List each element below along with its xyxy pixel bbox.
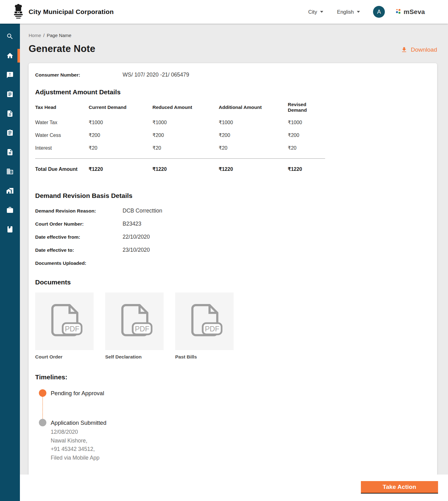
sidebar-item-home[interactable] bbox=[0, 46, 20, 65]
ledger-icon bbox=[6, 226, 14, 233]
field-label: Demand Revision Reason: bbox=[35, 208, 123, 214]
page-title: Generate Note bbox=[29, 43, 96, 54]
download-button[interactable]: Download bbox=[401, 46, 437, 54]
chevron-down-icon bbox=[320, 11, 323, 13]
sidebar-item-applications[interactable] bbox=[0, 85, 20, 104]
document-thumbnail[interactable]: PDF bbox=[105, 293, 164, 350]
sidebar-item-tasks[interactable] bbox=[0, 123, 20, 143]
revision-field-row: Court Order Number: B23423 bbox=[35, 221, 430, 227]
total-cell: ₹1220 bbox=[288, 159, 325, 172]
breadcrumb-home-link[interactable]: Home bbox=[29, 33, 41, 38]
user-avatar[interactable]: A bbox=[373, 6, 385, 18]
avatar-letter: A bbox=[377, 9, 381, 15]
amount-cell: ₹20 bbox=[89, 142, 152, 159]
sidebar-item-business[interactable] bbox=[0, 162, 20, 181]
adjustment-heading: Adjustment Amount Details bbox=[35, 88, 430, 96]
amount-cell: ₹20 bbox=[219, 142, 288, 159]
title-row: Generate Note Download bbox=[29, 43, 437, 54]
sidebar-item-documents[interactable] bbox=[0, 104, 20, 123]
sidebar-item-reports[interactable] bbox=[0, 143, 20, 162]
pdf-file-icon: PDF bbox=[183, 300, 226, 343]
amount-cell: ₹1000 bbox=[288, 116, 325, 129]
mseva-logo-icon bbox=[396, 9, 401, 15]
amount-cell: ₹1000 bbox=[89, 116, 152, 129]
table-header-row: Tax Head Current Demand Reduced Amount A… bbox=[35, 102, 325, 116]
column-header: Additional Amount bbox=[219, 102, 288, 116]
column-header: Reduced Amount bbox=[152, 102, 219, 116]
timeline-step-pending: Pending for Approval bbox=[35, 389, 430, 397]
total-cell: ₹1220 bbox=[152, 159, 219, 172]
revision-field-row: Demand Revision Reason: DCB Correcttion bbox=[35, 208, 430, 214]
timeline-step-title: Pending for Approval bbox=[51, 389, 104, 397]
table-row: Water Tax ₹1000 ₹1000 ₹1000 ₹1000 bbox=[35, 116, 325, 129]
breadcrumb-separator: / bbox=[43, 33, 44, 38]
sidebar-item-ledger[interactable] bbox=[0, 220, 20, 239]
breadcrumb: Home/Page Name bbox=[29, 33, 437, 38]
timeline: Pending for Approval Application Submitt… bbox=[35, 389, 430, 462]
sidebar-item-properties[interactable] bbox=[0, 181, 20, 200]
svg-text:PDF: PDF bbox=[65, 325, 79, 333]
document-thumbnail[interactable]: PDF bbox=[175, 293, 234, 350]
chevron-down-icon bbox=[357, 11, 360, 13]
consumer-number-row: Consumer Number: WS/ 107/ 2020 -21/ 0654… bbox=[35, 72, 430, 78]
application-card: Consumer Number: WS/ 107/ 2020 -21/ 0654… bbox=[29, 63, 437, 475]
table-row: Interest ₹20 ₹20 ₹20 ₹20 bbox=[35, 142, 325, 159]
mseva-brand: mSeva bbox=[396, 8, 425, 16]
field-label: Date effective to: bbox=[35, 247, 123, 253]
main-content: Home/Page Name Generate Note Download Co… bbox=[20, 24, 448, 475]
amount-cell: ₹20 bbox=[288, 142, 325, 159]
document-icon bbox=[6, 110, 14, 117]
pdf-file-icon: PDF bbox=[43, 300, 86, 343]
sidebar-item-employment[interactable] bbox=[0, 200, 20, 220]
table-total-row: Total Due Amount ₹1220 ₹1220 ₹1220 ₹1220 bbox=[35, 159, 325, 172]
tax-head-cell: Water Cess bbox=[35, 129, 89, 142]
timeline-detail-name: Nawal Kishore, bbox=[51, 437, 106, 445]
clipboard-icon bbox=[6, 91, 14, 98]
timeline-step-details: 12/08/2020 Nawal Kishore, +91 45342 3451… bbox=[51, 428, 106, 462]
language-dropdown[interactable]: English bbox=[337, 9, 360, 15]
top-header: City Municipal Corporation City English … bbox=[0, 0, 448, 24]
document-label: Self Declaration bbox=[105, 354, 164, 360]
file-icon bbox=[6, 148, 14, 156]
sidebar-item-complaints[interactable] bbox=[0, 65, 20, 85]
clipboard-icon bbox=[6, 129, 14, 137]
header-right: City English A mSeva bbox=[308, 6, 425, 18]
revision-field-row: Date effective from: 22/10/2020 bbox=[35, 234, 430, 240]
amount-cell: ₹200 bbox=[152, 129, 219, 142]
building-icon bbox=[6, 168, 14, 175]
field-value: B23423 bbox=[123, 221, 141, 227]
home-icon bbox=[6, 52, 14, 59]
timeline-detail-phone: +91 45342 34512, bbox=[51, 445, 106, 454]
download-icon bbox=[401, 46, 408, 53]
adjustment-table: Tax Head Current Demand Reduced Amount A… bbox=[35, 102, 325, 172]
document-item: PDF Past Bills bbox=[175, 293, 234, 360]
column-header: Revised Demand bbox=[288, 102, 325, 116]
amount-cell: ₹200 bbox=[288, 129, 325, 142]
document-label: Past Bills bbox=[175, 354, 234, 360]
sidebar-nav bbox=[0, 24, 20, 501]
sidebar-item-search[interactable] bbox=[0, 27, 20, 46]
field-value: 22/10/2020 bbox=[123, 234, 150, 240]
mseva-brand-text: mSeva bbox=[404, 8, 425, 16]
timeline-step-submitted: Application Submitted 12/08/2020 Nawal K… bbox=[35, 419, 430, 462]
field-value: DCB Correcttion bbox=[123, 208, 162, 214]
download-label: Download bbox=[411, 46, 437, 53]
document-item: PDF Self Declaration bbox=[105, 293, 164, 360]
document-label: Court Order bbox=[35, 354, 94, 360]
document-thumbnail[interactable]: PDF bbox=[35, 293, 94, 350]
consumer-number-value: WS/ 107/ 2020 -21/ 065479 bbox=[123, 72, 189, 78]
tax-head-cell: Interest bbox=[35, 142, 89, 159]
column-header: Current Demand bbox=[89, 102, 152, 116]
tax-head-cell: Water Tax bbox=[35, 116, 89, 129]
document-tiles: PDF Court Order PDF Self Declar bbox=[35, 293, 430, 360]
column-header: Tax Head bbox=[35, 102, 89, 116]
footer-bar: Take Action bbox=[20, 475, 448, 501]
city-dropdown-label: City bbox=[308, 9, 317, 15]
home-work-icon bbox=[6, 187, 14, 194]
revision-field-row: Documents Uploaded: bbox=[35, 260, 430, 266]
search-icon bbox=[6, 33, 14, 40]
field-value: 23/10/2020 bbox=[123, 247, 150, 253]
city-dropdown[interactable]: City bbox=[308, 9, 323, 15]
take-action-button[interactable]: Take Action bbox=[361, 481, 438, 494]
language-dropdown-label: English bbox=[337, 9, 354, 15]
